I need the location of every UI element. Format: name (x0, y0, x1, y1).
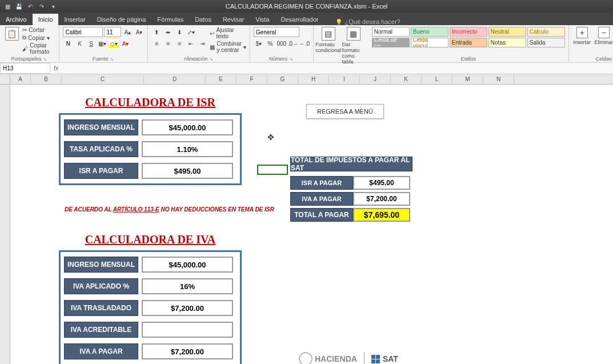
insert-cells-button[interactable]: +Insertar (572, 27, 592, 45)
style-neutral[interactable]: Neutral (488, 27, 526, 37)
fx-button[interactable]: fx (50, 65, 62, 71)
style-entrada[interactable]: Entrada (450, 38, 487, 47)
orientation-icon[interactable]: ⤢▾ (186, 27, 196, 37)
tab-datos[interactable]: Datos (189, 14, 217, 25)
italic-button[interactable]: K (74, 38, 85, 49)
align-left-icon[interactable]: ≡ (151, 38, 162, 49)
tab-revisar[interactable]: Revisar (217, 14, 250, 25)
style-celdadeco[interactable]: Celda de co... (372, 38, 410, 47)
align-center-icon[interactable]: ≡ (163, 38, 173, 49)
indent-decrease-icon[interactable]: ⇤ (186, 38, 196, 49)
summary-iva-value[interactable]: $7,200.00 (353, 192, 410, 206)
conditional-format-button[interactable]: ▤Formato condicional (317, 27, 340, 53)
undo-icon[interactable]: ↶ (26, 2, 34, 10)
name-box[interactable]: H13 (0, 63, 50, 74)
summary-total-value[interactable]: $7,695.00 (353, 208, 410, 222)
increase-decimal-icon[interactable]: .0→ (288, 38, 298, 49)
comma-button[interactable]: 000 (277, 38, 287, 49)
save-icon[interactable]: 💾 (15, 2, 23, 10)
qat-more-icon[interactable]: ▾ (49, 2, 57, 10)
col-header-J[interactable]: J (360, 74, 391, 84)
tell-me[interactable]: ¿Qué desea hacer? (335, 18, 400, 25)
isr-ingreso-label: INGRESO MENSUAL (64, 119, 138, 135)
isr-pagar-row: ISR A PAGAR $495.00 (64, 163, 237, 179)
cell-cursor-icon: ✥ (267, 133, 274, 142)
tab-vista[interactable]: Vista (250, 14, 275, 25)
format-as-table-button[interactable]: ▦Dar formato como tabla (342, 27, 365, 65)
col-header-I[interactable]: I (329, 74, 360, 84)
tab-insertar[interactable]: Insertar (58, 14, 91, 25)
tab-diseno[interactable]: Diseño de página (91, 14, 152, 25)
delete-cells-button[interactable]: −Eliminar (594, 27, 613, 45)
paste-button[interactable]: 📋 (3, 27, 20, 41)
col-header-E[interactable]: E (206, 74, 237, 84)
col-header-D[interactable]: D (144, 74, 206, 84)
col-header-K[interactable]: K (391, 74, 422, 84)
font-color-button[interactable]: A▾ (120, 38, 130, 49)
increase-font-icon[interactable]: A▴ (122, 27, 133, 37)
select-all-corner[interactable] (0, 74, 10, 84)
style-salida[interactable]: Salida (527, 38, 565, 47)
isr-ingreso-value[interactable]: $45,000.00 (142, 119, 233, 135)
align-top-icon[interactable]: ⬆ (151, 27, 162, 37)
tab-desarrollador[interactable]: Desarrollador (275, 14, 324, 25)
col-header-G[interactable]: G (267, 74, 298, 84)
font-name-select[interactable] (63, 27, 103, 37)
currency-button[interactable]: $▾ (254, 38, 264, 49)
col-header-L[interactable]: L (422, 74, 452, 84)
underline-button[interactable]: S (86, 38, 96, 49)
tab-formulas[interactable]: Fórmulas (151, 14, 189, 25)
wrap-text-button[interactable]: ↩Ajustar texto (210, 27, 246, 39)
style-incorrecto[interactable]: Incorrecto (450, 27, 487, 37)
borders-button[interactable]: ▦▾ (97, 38, 107, 49)
indent-increase-icon[interactable]: ⇥ (197, 38, 207, 49)
col-header-A[interactable]: A (10, 74, 31, 84)
merge-center-button[interactable]: ▦Combinar y centrar ▾ (210, 41, 246, 53)
worksheet[interactable]: CALCULADORA DE ISR INGRESO MENSUAL $45,0… (10, 85, 613, 364)
dialog-launcher-icon[interactable]: ↘ (110, 57, 115, 62)
summary-isr-value[interactable]: $495.00 (353, 176, 410, 190)
col-header-B[interactable]: B (31, 74, 62, 84)
col-header-H[interactable]: H (298, 74, 329, 84)
iva-trasladado-value[interactable]: $7,200.00 (142, 300, 233, 316)
cut-button[interactable]: ✂Cortar (22, 27, 55, 33)
copy-button[interactable]: ⧉Copiar ▾ (22, 34, 55, 41)
dialog-launcher-icon[interactable]: ↘ (43, 57, 48, 62)
tab-inicio[interactable]: Inicio (33, 14, 59, 25)
dialog-launcher-icon[interactable]: ↘ (209, 57, 214, 62)
col-header-C[interactable]: C (62, 74, 144, 84)
bold-button[interactable]: N (63, 38, 73, 49)
isr-tasa-value[interactable]: 1.10% (142, 141, 233, 157)
col-header-N[interactable]: N (483, 74, 514, 84)
font-size-select[interactable] (104, 27, 121, 37)
formula-input[interactable] (62, 63, 613, 74)
iva-ingreso-value[interactable]: $45,000.00 (142, 257, 233, 273)
percent-button[interactable]: % (265, 38, 275, 49)
number-format-select[interactable] (254, 27, 299, 37)
col-header-M[interactable]: M (452, 74, 483, 84)
col-header-F[interactable]: F (237, 74, 267, 84)
iva-aplicado-value[interactable]: 16% (142, 278, 233, 294)
iva-pagar-value[interactable]: $7,200.00 (142, 343, 233, 359)
summary-iva-row: IVA A PAGAR $7,200.00 (290, 192, 412, 206)
style-notas[interactable]: Notas (488, 38, 526, 47)
style-clculo[interactable]: Cálculo (527, 27, 565, 37)
align-bottom-icon[interactable]: ⬇ (174, 27, 185, 37)
decrease-decimal-icon[interactable]: ←.0 (299, 38, 310, 49)
decrease-font-icon[interactable]: A▾ (134, 27, 144, 37)
style-normal[interactable]: Normal (372, 27, 410, 37)
align-middle-icon[interactable]: ⬌ (163, 27, 173, 37)
tab-file[interactable]: Archivo (0, 14, 33, 25)
format-painter-button[interactable]: 🖌Copiar formato (22, 42, 55, 55)
align-right-icon[interactable]: ≡ (174, 38, 185, 49)
isr-pagar-value[interactable]: $495.00 (142, 163, 233, 179)
active-cell (257, 165, 288, 175)
summary-isr-label: ISR A PAGAR (290, 176, 353, 190)
style-celdavincul[interactable]: Celda vincul... (411, 38, 448, 47)
regresa-menu-button[interactable]: REGRESA A MENÚ (306, 104, 384, 119)
fill-color-button[interactable]: ◇▾ (109, 38, 119, 49)
iva-acreditable-value[interactable] (142, 322, 233, 338)
dialog-launcher-icon[interactable]: ↘ (289, 57, 294, 62)
redo-icon[interactable]: ↷ (38, 2, 46, 10)
style-bueno[interactable]: Bueno (411, 27, 448, 37)
